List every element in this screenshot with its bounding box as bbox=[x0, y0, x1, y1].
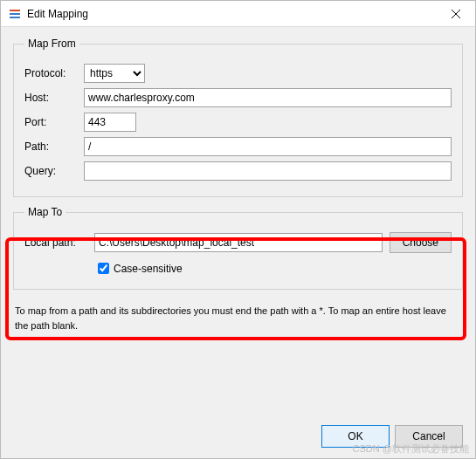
map-from-legend: Map From bbox=[24, 38, 79, 50]
path-label: Path: bbox=[24, 140, 84, 153]
host-label: Host: bbox=[24, 92, 84, 104]
map-to-legend: Map To bbox=[24, 206, 66, 218]
map-from-group: Map From Protocol: https Host: Port: Pat… bbox=[13, 38, 463, 197]
window-title: Edit Mapping bbox=[27, 8, 436, 20]
svg-rect-1 bbox=[10, 13, 20, 15]
svg-rect-2 bbox=[10, 17, 20, 18]
query-label: Query: bbox=[24, 165, 84, 177]
titlebar: Edit Mapping bbox=[1, 1, 475, 27]
port-label: Port: bbox=[24, 116, 84, 128]
local-path-input[interactable] bbox=[94, 233, 383, 252]
close-button[interactable] bbox=[436, 1, 475, 27]
choose-button[interactable]: Choose bbox=[390, 232, 452, 253]
port-input[interactable] bbox=[84, 113, 136, 132]
watermark-text: CSDN @软件测试必备技能 bbox=[353, 442, 469, 456]
host-input[interactable] bbox=[84, 88, 452, 107]
app-icon bbox=[8, 7, 22, 21]
case-sensitive-label[interactable]: Case-sensitive bbox=[114, 263, 183, 275]
protocol-label: Protocol: bbox=[24, 67, 84, 79]
case-sensitive-checkbox[interactable] bbox=[98, 263, 109, 274]
path-input[interactable] bbox=[84, 137, 452, 156]
map-to-group: Map To Local path: Choose Case-sensitive bbox=[13, 206, 463, 290]
protocol-select[interactable]: https bbox=[84, 64, 145, 83]
help-text: To map from a path and its subdirectorie… bbox=[15, 304, 461, 332]
edit-mapping-dialog: Edit Mapping Map From Protocol: https Ho… bbox=[0, 0, 476, 459]
local-path-label: Local path: bbox=[24, 236, 94, 249]
dialog-content: Map From Protocol: https Host: Port: Pat… bbox=[1, 27, 475, 418]
query-input[interactable] bbox=[84, 161, 452, 181]
svg-rect-0 bbox=[10, 10, 20, 11]
